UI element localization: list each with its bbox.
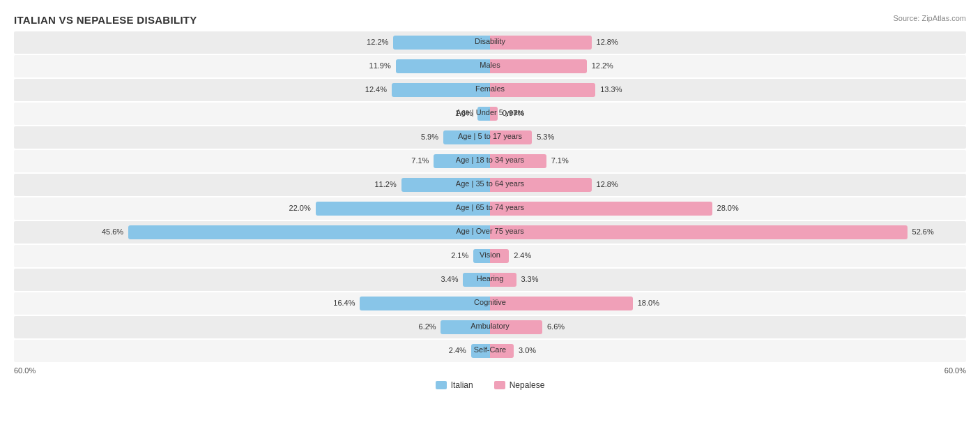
val-right: 28.0% [717, 204, 739, 212]
legend-item-nepalese: Nepalese [494, 380, 545, 390]
bar-label: Males [480, 61, 500, 69]
legend: Italian Nepalese [14, 380, 966, 390]
bar-left [396, 59, 490, 73]
val-right: 5.3% [537, 133, 554, 141]
bar-row: 7.1%Age | 18 to 34 years7.1% [14, 150, 966, 172]
bar-right [490, 225, 908, 239]
bar-row: 16.4%Cognitive18.0% [14, 292, 966, 315]
val-right: 3.0% [519, 346, 536, 354]
nepalese-label: Nepalese [510, 380, 545, 390]
val-right: 2.4% [514, 251, 531, 260]
source-text: Source: ZipAtlas.com [893, 14, 966, 22]
val-left: 6.2% [419, 322, 436, 331]
val-left: 2.1% [451, 251, 468, 260]
bar-left [360, 297, 490, 310]
bar-row: 11.9%Males12.2% [14, 55, 966, 77]
italian-swatch [436, 381, 447, 389]
bar-row: 11.2%Age | 35 to 64 years12.8% [14, 174, 966, 196]
val-left: 16.4% [333, 299, 355, 307]
bar-row: 3.4%Hearing3.3% [14, 269, 966, 291]
axis-labels: 60.0% 60.0% [14, 364, 966, 377]
bar-label: Age | 35 to 64 years [456, 179, 524, 188]
val-left: 12.4% [365, 85, 387, 93]
bar-row: 12.2%Disability12.8% [14, 31, 966, 54]
chart-container: ITALIAN VS NEPALESE DISABILITY Source: Z… [0, 7, 980, 411]
val-right: 12.8% [597, 38, 618, 46]
bar-row: 2.4%Self-Care3.0% [14, 340, 966, 362]
val-left: 2.4% [449, 346, 466, 354]
bar-label: Age | 65 to 74 years [456, 203, 524, 211]
bar-label: Cognitive [474, 298, 506, 306]
val-left: 3.4% [441, 275, 458, 283]
nepalese-swatch [494, 381, 505, 389]
val-right: 3.3% [521, 275, 538, 283]
val-right: 52.6% [912, 227, 934, 236]
bar-row: 5.9%Age | 5 to 17 years5.3% [14, 126, 966, 149]
bar-label: Age | 5 to 17 years [458, 132, 522, 140]
bar-row: 2.1%Vision2.4% [14, 245, 966, 267]
bar-row: 1.6%Age | Under 5 years0.97% [14, 103, 966, 125]
val-left: 11.9% [369, 61, 391, 70]
bar-row: 45.6%Age | Over 75 years52.6% [14, 221, 966, 244]
val-right: 12.8% [597, 180, 618, 188]
bar-label: Females [475, 84, 505, 93]
val-left: 5.9% [421, 133, 438, 141]
axis-right-label: 60.0% [944, 366, 966, 375]
bar-label: Self-Care [474, 345, 506, 354]
bar-label: Hearing [477, 274, 504, 283]
italian-label: Italian [451, 380, 473, 390]
bar-row: 12.4%Females13.3% [14, 79, 966, 101]
bar-label: Disability [475, 37, 505, 45]
axis-left-label: 60.0% [14, 366, 36, 375]
val-right: 0.97% [503, 109, 524, 117]
bar-label: Vision [480, 250, 500, 259]
val-right: 6.6% [547, 322, 565, 331]
val-left: 22.0% [289, 204, 311, 212]
bar-right [490, 59, 587, 73]
legend-item-italian: Italian [436, 380, 473, 390]
bar-left [128, 225, 490, 239]
bar-right [490, 83, 595, 97]
val-left: 7.1% [411, 156, 429, 165]
val-left: 45.6% [102, 227, 123, 236]
bar-label: Age | Over 75 years [456, 227, 524, 235]
val-right: 18.0% [638, 299, 659, 307]
val-right: 13.3% [600, 85, 622, 93]
bar-right [490, 297, 633, 310]
val-right: 12.2% [592, 61, 613, 70]
val-right: 7.1% [551, 156, 569, 165]
val-left: 12.2% [367, 38, 388, 46]
val-left: 11.2% [374, 180, 396, 188]
bar-row: 6.2%Ambulatory6.6% [14, 316, 966, 338]
bars-area: 12.2%Disability12.8%11.9%Males12.2%12.4%… [14, 31, 966, 362]
bar-label: Age | 18 to 34 years [456, 156, 524, 164]
bar-label: Ambulatory [470, 322, 510, 330]
chart-title: ITALIAN VS NEPALESE DISABILITY [14, 14, 966, 26]
bar-row: 22.0%Age | 65 to 74 years28.0% [14, 197, 966, 220]
